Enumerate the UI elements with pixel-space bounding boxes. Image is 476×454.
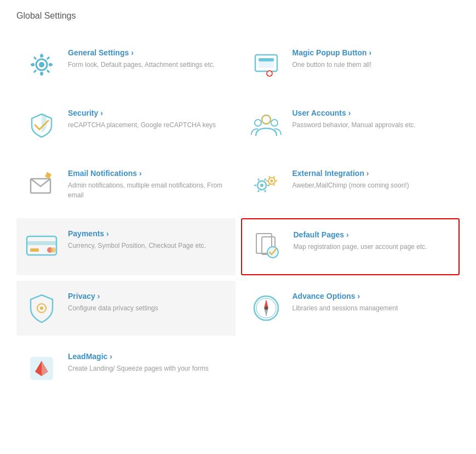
- svg-line-6: [34, 57, 36, 59]
- doc-check-icon: [251, 230, 284, 263]
- svg-point-22: [271, 120, 278, 126]
- svg-point-36: [270, 180, 273, 183]
- shield-icon: [25, 109, 58, 141]
- svg-point-47: [50, 247, 56, 253]
- card-title-email-notifications: Email Notifications ›: [68, 169, 227, 178]
- svg-rect-44: [27, 241, 56, 245]
- card-magic-popup[interactable]: Magic Popup Button › One button to rule …: [241, 37, 460, 92]
- page-title: Global Settings: [16, 11, 460, 21]
- card-content-general-settings: General Settings › Form look, Default pa…: [68, 48, 215, 70]
- card-content-payments: Payments › Currency, Symbol Position, Ch…: [68, 229, 206, 251]
- compass-icon: [250, 292, 283, 325]
- card-general-settings[interactable]: General Settings › Form look, Default pa…: [16, 37, 236, 92]
- svg-point-9: [39, 62, 44, 67]
- card-desc-leadmagic: Create Landing/ Squeeze pages with your …: [68, 364, 209, 373]
- card-desc-magic-popup: One button to rule them all!: [293, 60, 372, 70]
- card-payments[interactable]: Payments › Currency, Symbol Position, Ch…: [16, 218, 236, 275]
- svg-line-41: [269, 176, 270, 178]
- svg-line-8: [47, 57, 49, 59]
- card-desc-advance-options: Libraries and sessions management: [293, 303, 398, 313]
- svg-line-30: [265, 190, 266, 192]
- card-content-external-integration: External Integration › Aweber,MailChimp …: [293, 169, 409, 190]
- svg-point-10: [40, 54, 43, 58]
- card-title-general-settings: General Settings ›: [68, 48, 215, 57]
- card-title-leadmagic: LeadMagic ›: [68, 352, 209, 361]
- credit-card-icon: [25, 229, 58, 262]
- svg-rect-45: [30, 248, 39, 252]
- svg-point-12: [31, 63, 35, 66]
- card-title-privacy: Privacy ›: [68, 292, 158, 300]
- svg-point-13: [49, 63, 52, 66]
- card-security[interactable]: Security › reCAPTCHA placement, Google r…: [16, 98, 236, 152]
- card-desc-privacy: Configure data privacy settings: [68, 303, 158, 313]
- users-icon: [250, 109, 283, 141]
- svg-point-11: [40, 72, 43, 75]
- card-email-notifications[interactable]: Email Notifications › Admin notification…: [16, 158, 236, 213]
- svg-point-57: [265, 307, 268, 310]
- svg-line-33: [258, 179, 259, 180]
- svg-point-23: [262, 115, 271, 124]
- leadmagic-icon: [25, 352, 58, 385]
- card-content-privacy: Privacy › Configure data privacy setting…: [68, 292, 158, 313]
- card-title-user-accounts: User Accounts ›: [293, 109, 416, 117]
- card-external-integration[interactable]: External Integration › Aweber,MailChimp …: [241, 158, 460, 213]
- svg-rect-16: [259, 58, 274, 61]
- card-leadmagic[interactable]: LeadMagic › Create Landing/ Squeeze page…: [16, 341, 236, 396]
- popup-icon: [250, 48, 283, 81]
- svg-line-34: [265, 179, 266, 180]
- email-icon: [25, 169, 58, 202]
- gear-icon: [25, 48, 58, 81]
- card-desc-email-notifications: Admin notifications, multiple email noti…: [68, 180, 227, 200]
- card-title-external-integration: External Integration ›: [293, 169, 409, 178]
- svg-line-31: [258, 190, 259, 192]
- card-content-email-notifications: Email Notifications › Admin notification…: [68, 169, 227, 200]
- card-content-user-accounts: User Accounts › Password behavior, Manua…: [293, 109, 416, 130]
- card-title-security: Security ›: [68, 109, 216, 117]
- svg-rect-19: [267, 72, 272, 75]
- svg-line-38: [273, 184, 274, 186]
- card-desc-security: reCAPTCHA placement, Google reCAPTCHA ke…: [68, 120, 216, 130]
- card-content-magic-popup: Magic Popup Button › One button to rule …: [293, 48, 372, 70]
- card-desc-payments: Currency, Symbol Position, Checkout Page…: [68, 241, 206, 251]
- card-title-advance-options: Advance Options ›: [293, 292, 398, 300]
- settings-grid: General Settings › Form look, Default pa…: [16, 37, 460, 396]
- svg-line-4: [34, 70, 36, 72]
- svg-point-52: [40, 307, 43, 310]
- card-desc-default-pages: Map registration page, user account page…: [294, 242, 427, 252]
- card-content-security: Security › reCAPTCHA placement, Google r…: [68, 109, 216, 130]
- card-content-leadmagic: LeadMagic › Create Landing/ Squeeze page…: [68, 352, 209, 373]
- card-content-default-pages: Default Pages › Map registration page, u…: [294, 230, 427, 252]
- privacy-shield-icon: [25, 292, 58, 325]
- card-privacy[interactable]: Privacy › Configure data privacy setting…: [16, 281, 236, 336]
- card-content-advance-options: Advance Options › Libraries and sessions…: [293, 292, 398, 313]
- card-user-accounts[interactable]: User Accounts › Password behavior, Manua…: [241, 98, 460, 152]
- card-desc-general-settings: Form look, Default pages, Attachment set…: [68, 60, 215, 70]
- svg-point-28: [260, 184, 263, 187]
- svg-point-21: [255, 120, 261, 126]
- card-title-payments: Payments ›: [68, 229, 206, 238]
- svg-line-42: [273, 176, 274, 178]
- gears-icon: [250, 169, 283, 202]
- card-title-default-pages: Default Pages ›: [294, 230, 427, 239]
- card-desc-external-integration: Aweber,MailChimp (more coming soon!): [293, 180, 409, 190]
- svg-line-2: [47, 70, 49, 72]
- card-desc-user-accounts: Password behavior, Manual approvals etc.: [293, 120, 416, 130]
- card-advance-options[interactable]: Advance Options › Libraries and sessions…: [241, 281, 460, 336]
- card-default-pages[interactable]: Default Pages › Map registration page, u…: [241, 218, 460, 275]
- svg-line-39: [269, 184, 270, 186]
- card-title-magic-popup: Magic Popup Button ›: [293, 48, 372, 57]
